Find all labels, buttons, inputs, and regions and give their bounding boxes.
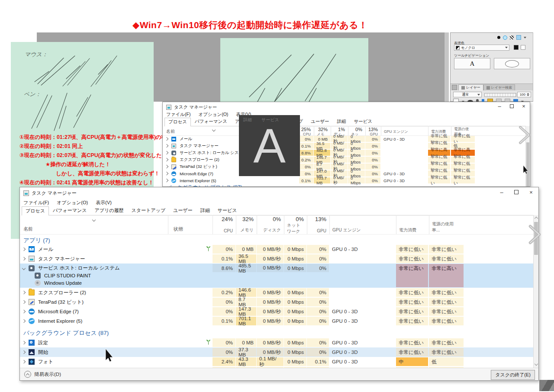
- column-header-GPU エンジン[interactable]: GPU エンジン: [381, 126, 428, 135]
- process-row-taskmgr[interactable]: 0.1%36.5 MB0 MB/秒0 Mbps0%非常に低い低タスク マネージャ…: [163, 142, 530, 149]
- task-manager-window-background[interactable]: タスク マネージャー – × ファイル(F)オプション(O)表示(V) プロセス…: [162, 102, 530, 187]
- back-menu-0[interactable]: ファイル(F): [166, 112, 190, 118]
- front-tab-4[interactable]: ユーザー: [169, 206, 196, 215]
- back-tab-5[interactable]: 詳細: [333, 117, 350, 126]
- process-row-ie[interactable]: 0.1%701.1 MB0 MB/秒0 Mbps0%GPU 0 - 3D非常に低…: [20, 316, 534, 326]
- status-column-header[interactable]: 状態: [174, 226, 183, 232]
- blend-mode-select[interactable]: 通常: [453, 92, 482, 97]
- task-manager-window-front[interactable]: タスク マネージャー – × ファイル(F)オプション(O)表示(V) プロセス…: [19, 187, 539, 381]
- name-column-header[interactable]: 名前: [23, 226, 33, 232]
- column-header-電源の使用率...[interactable]: 電源の使用率...: [429, 215, 464, 234]
- name-column-header[interactable]: 名前: [166, 129, 175, 135]
- child-process-row[interactable]: Windows Update: [35, 280, 82, 286]
- selected-process-group[interactable]: 8.6%485.5 MB0 MB/秒0 Mbps0%非常に高い非常に高いサービス…: [20, 263, 534, 288]
- expand-icon[interactable]: [22, 247, 26, 251]
- black-dot-icon[interactable]: [497, 36, 500, 39]
- process-row-edge[interactable]: 0%147.3 MB0 MB/秒0 Mbps0%GPU 0 - 3D非常に低い非…: [20, 307, 534, 316]
- front-tab-3[interactable]: スタートアップ: [128, 206, 170, 215]
- spin-down-icon[interactable]: [527, 95, 529, 96]
- expand-icon[interactable]: [165, 151, 168, 154]
- fewer-details-toggle[interactable]: 簡易表示(D): [24, 371, 61, 378]
- end-task-button[interactable]: タスクの終了(E): [491, 370, 535, 380]
- column-header-CPU[interactable]: 24%CPU: [213, 215, 235, 234]
- back-tab-6[interactable]: サービス: [350, 117, 376, 126]
- column-header-GPU[interactable]: 13%GPU: [307, 215, 329, 234]
- expand-icon[interactable]: [165, 158, 168, 161]
- column-header-メモリ[interactable]: 32%メモリ: [314, 126, 330, 135]
- column-header-メモリ[interactable]: 32%メモリ: [236, 215, 256, 234]
- expand-icon[interactable]: [22, 360, 26, 363]
- layer-tab[interactable]: レイヤー: [458, 84, 483, 90]
- expand-icon[interactable]: [165, 179, 168, 182]
- chevron-down-icon[interactable]: [524, 37, 526, 39]
- maximize-button[interactable]: [509, 187, 524, 197]
- front-next-chevron-icon[interactable]: [527, 224, 543, 245]
- blue-circle-icon[interactable]: [503, 35, 507, 40]
- expand-icon[interactable]: [165, 165, 168, 168]
- front-tab-1[interactable]: パフォーマンス: [49, 206, 91, 215]
- expand-icon[interactable]: [165, 137, 168, 141]
- front-menu-1[interactable]: オプション(O): [57, 199, 88, 206]
- panel-menu-icon[interactable]: [452, 85, 457, 90]
- spin-up-icon[interactable]: [527, 93, 529, 94]
- tool-nav-text-preview[interactable]: A: [454, 58, 490, 69]
- front-tab-0[interactable]: プロセス: [22, 206, 49, 215]
- expand-icon[interactable]: [22, 291, 26, 294]
- process-row-mail[interactable]: 0%0 MB0 MB/秒0 Mbps0%GPU 0 - 3D非常に低い非常に低い…: [20, 244, 534, 254]
- process-row-taskmgr[interactable]: 0.1%36.5 MB0 MB/秒0 Mbps0%非常に低い非常に低いタスク マ…: [20, 254, 534, 263]
- group-header-apps[interactable]: アプリ (7): [23, 237, 50, 244]
- column-header-ネットワーク[interactable]: 0%ネットワーク: [284, 215, 306, 234]
- back-tab-4[interactable]: ユーザー: [307, 117, 333, 126]
- expand-icon[interactable]: [22, 300, 26, 304]
- opacity-value-box[interactable]: 100: [517, 92, 531, 97]
- group-header-background[interactable]: バックグラウンド プロセス (87): [23, 329, 109, 337]
- scroll-down-icon[interactable]: [535, 362, 538, 366]
- blue-square-icon[interactable]: [516, 35, 521, 40]
- front-tab-5[interactable]: 詳細: [196, 206, 214, 215]
- process-row-edge[interactable]: 0%147.0 MB0 MB/秒0 Mbps0%GPU 0 - 3D非常に低い非…: [163, 170, 530, 177]
- front-tab-6[interactable]: サービス: [214, 206, 241, 215]
- column-header-ディスク[interactable]: 0%ディスク: [257, 215, 283, 234]
- process-row-settings[interactable]: 0%0 MB0 MB/秒0 Mbps0%GPU 0 - 3D非常に低い非常に低い…: [20, 338, 534, 347]
- back-scrollbar-thumb[interactable]: [526, 142, 529, 186]
- process-row-explorer[interactable]: 0.2%146.6 MB0 MB/秒0 Mbps0%非常に低い非常に低いエクスプ…: [20, 288, 534, 297]
- process-row-ie[interactable]: 0.1%703.7 MB0 MB/秒0 Mbps0%GPU 0 - 3D非常に低…: [163, 177, 530, 184]
- column-header-GPU エンジン[interactable]: GPU エンジン: [329, 215, 395, 234]
- front-titlebar[interactable]: タスク マネージャー: [20, 187, 538, 199]
- back-tab-0[interactable]: プロセス: [164, 118, 191, 126]
- expand-icon[interactable]: [22, 310, 26, 313]
- layer-search-tab[interactable]: レイヤー検索: [483, 84, 515, 90]
- expand-icon[interactable]: [22, 350, 26, 354]
- back-next-chevron-icon[interactable]: [518, 125, 532, 145]
- tool-nav-shape-preview[interactable]: [494, 58, 530, 69]
- front-tab-2[interactable]: アプリの履歴: [91, 206, 128, 215]
- process-row-terapad[interactable]: 0%8.7 MB0 MB/秒0 Mbps0%非常に低い非常に低いTeraPad …: [163, 163, 530, 170]
- child-process-row[interactable]: CLIP STUDIO PAINT: [35, 273, 91, 279]
- close-button[interactable]: ×: [518, 102, 530, 110]
- minimize-button[interactable]: –: [494, 187, 509, 197]
- expression-color-select[interactable]: モノクロ: [454, 45, 509, 51]
- process-row-explorer[interactable]: 0.2%146.7 MB0 MB/秒0 Mbps0%非常に低い非常に低いエクスプ…: [163, 156, 530, 163]
- column-header-GPU[interactable]: 13%GPU: [365, 126, 380, 135]
- expand-icon[interactable]: [22, 319, 26, 323]
- close-button[interactable]: ×: [524, 187, 538, 197]
- column-header-電力消費[interactable]: 電力消費: [396, 215, 428, 234]
- checker-icon[interactable]: [510, 35, 514, 39]
- maximize-button[interactable]: [506, 102, 518, 110]
- sub-color-swatch[interactable]: [521, 45, 525, 50]
- expand-icon[interactable]: [22, 257, 26, 260]
- back-tab-1[interactable]: パフォーマンス: [191, 117, 231, 126]
- scroll-up-icon[interactable]: [535, 217, 538, 220]
- process-row-svchost[interactable]: 8.8%482.8 MB0 MB/秒0 Mbps0%非常に高い非常に高いサービス…: [163, 149, 530, 156]
- front-menu-0[interactable]: ファイル(F): [23, 199, 49, 206]
- collapse-icon[interactable]: [22, 266, 26, 270]
- front-menu-2[interactable]: 表示(V): [96, 199, 112, 206]
- column-header-CPU[interactable]: 25%CPU: [299, 126, 313, 135]
- expand-icon[interactable]: [22, 341, 26, 344]
- process-row-terapad[interactable]: 0%8.7 MB0 MB/秒0 Mbps0%非常に低い非常に低いTeraPad …: [20, 297, 534, 307]
- canvas-scrollbar[interactable]: [444, 32, 449, 102]
- main-color-swatch[interactable]: [514, 45, 519, 50]
- expand-icon[interactable]: [165, 172, 168, 175]
- back-menu-1[interactable]: オプション(O): [198, 112, 228, 118]
- expand-icon[interactable]: [165, 144, 168, 148]
